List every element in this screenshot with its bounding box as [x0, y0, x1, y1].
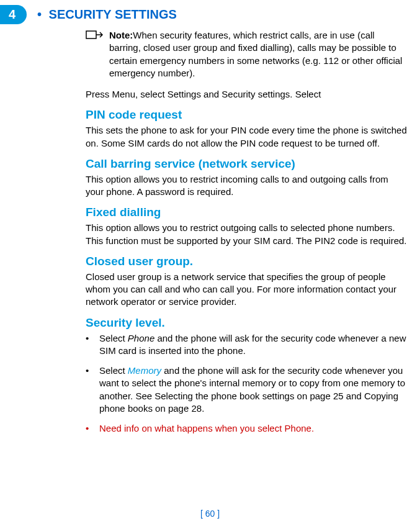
page-footer: [ 60 ]	[0, 509, 420, 519]
list-item: Select Memory and the phone will ask for…	[86, 365, 408, 415]
body-pin: This sets the phone to ask for your PIN …	[86, 124, 408, 150]
list-item-warning: Need info on what happens when you selec…	[86, 422, 408, 435]
heading-security-level: Security level.	[86, 316, 408, 330]
note-label: Note:	[109, 30, 133, 40]
bullet-text-italic: Phone	[128, 333, 154, 343]
main-heading-text: SECURITY SETTINGS	[49, 7, 177, 21]
note-body: When security features, which restrict c…	[109, 30, 402, 78]
page-content: • SECURITY SETTINGS Note:When security f…	[0, 0, 420, 455]
note-text: Note:When security features, which restr…	[109, 29, 408, 79]
memory-link[interactable]: Memory	[128, 365, 161, 376]
bullet-text: Need info on what happens when you selec…	[99, 423, 314, 433]
page-number-tab: 4	[0, 5, 27, 24]
svg-rect-0	[86, 31, 96, 39]
bullet-text-prefix: Select	[99, 365, 128, 376]
heading-closed-user-group: Closed user group.	[86, 255, 408, 268]
bullet-text-prefix: Select	[99, 333, 128, 343]
body-closed-user-group: Closed user group is a network service t…	[86, 271, 408, 309]
main-heading: • SECURITY SETTINGS	[37, 7, 408, 22]
body-fixed-dialling: This option allows you to restrict outgo…	[86, 222, 408, 247]
security-level-list: Select Phone and the phone will ask for …	[86, 332, 408, 435]
heading-bullet: •	[37, 7, 45, 21]
heading-call-barring: Call barring service (network service)	[86, 157, 408, 171]
note-icon	[86, 30, 103, 79]
intro-text: Press Menu, select Settings and Security…	[86, 88, 408, 101]
body-call-barring: This option allows you to restrict incom…	[86, 173, 408, 199]
heading-fixed-dialling: Fixed dialling	[86, 206, 408, 219]
note-block: Note:When security features, which restr…	[86, 29, 408, 79]
list-item: Select Phone and the phone will ask for …	[86, 332, 408, 358]
heading-pin: PIN code request	[86, 108, 408, 122]
